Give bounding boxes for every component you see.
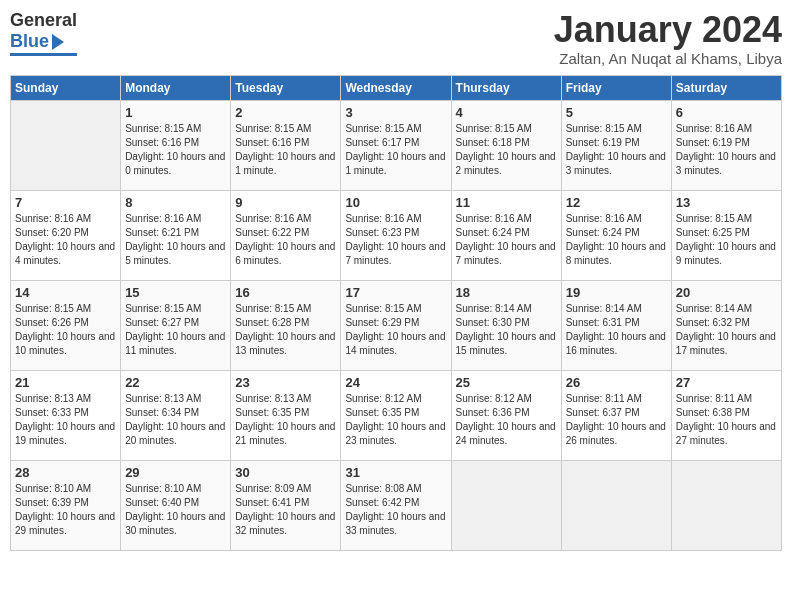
- calendar-cell: 23Sunrise: 8:13 AM Sunset: 6:35 PM Dayli…: [231, 370, 341, 460]
- day-number: 22: [125, 375, 226, 390]
- calendar-cell: 31Sunrise: 8:08 AM Sunset: 6:42 PM Dayli…: [341, 460, 451, 550]
- day-number: 19: [566, 285, 667, 300]
- page-header: General Blue January 2024 Zaltan, An Nuq…: [10, 10, 782, 67]
- day-info: Sunrise: 8:13 AM Sunset: 6:34 PM Dayligh…: [125, 392, 226, 448]
- day-info: Sunrise: 8:15 AM Sunset: 6:27 PM Dayligh…: [125, 302, 226, 358]
- calendar-cell: [11, 100, 121, 190]
- calendar-week-row: 21Sunrise: 8:13 AM Sunset: 6:33 PM Dayli…: [11, 370, 782, 460]
- day-info: Sunrise: 8:13 AM Sunset: 6:33 PM Dayligh…: [15, 392, 116, 448]
- day-info: Sunrise: 8:16 AM Sunset: 6:22 PM Dayligh…: [235, 212, 336, 268]
- calendar-cell: 11Sunrise: 8:16 AM Sunset: 6:24 PM Dayli…: [451, 190, 561, 280]
- day-number: 1: [125, 105, 226, 120]
- calendar-cell: 3Sunrise: 8:15 AM Sunset: 6:17 PM Daylig…: [341, 100, 451, 190]
- day-info: Sunrise: 8:15 AM Sunset: 6:17 PM Dayligh…: [345, 122, 446, 178]
- day-of-week-header: Friday: [561, 75, 671, 100]
- logo-underline: [10, 53, 77, 56]
- day-info: Sunrise: 8:15 AM Sunset: 6:16 PM Dayligh…: [235, 122, 336, 178]
- day-number: 25: [456, 375, 557, 390]
- day-info: Sunrise: 8:13 AM Sunset: 6:35 PM Dayligh…: [235, 392, 336, 448]
- calendar-cell: 17Sunrise: 8:15 AM Sunset: 6:29 PM Dayli…: [341, 280, 451, 370]
- day-number: 13: [676, 195, 777, 210]
- day-number: 21: [15, 375, 116, 390]
- day-info: Sunrise: 8:14 AM Sunset: 6:31 PM Dayligh…: [566, 302, 667, 358]
- day-info: Sunrise: 8:16 AM Sunset: 6:24 PM Dayligh…: [456, 212, 557, 268]
- day-number: 27: [676, 375, 777, 390]
- day-of-week-header: Sunday: [11, 75, 121, 100]
- calendar-cell: 26Sunrise: 8:11 AM Sunset: 6:37 PM Dayli…: [561, 370, 671, 460]
- calendar-cell: 27Sunrise: 8:11 AM Sunset: 6:38 PM Dayli…: [671, 370, 781, 460]
- calendar-cell: 13Sunrise: 8:15 AM Sunset: 6:25 PM Dayli…: [671, 190, 781, 280]
- calendar-cell: 4Sunrise: 8:15 AM Sunset: 6:18 PM Daylig…: [451, 100, 561, 190]
- day-number: 23: [235, 375, 336, 390]
- logo: General Blue: [10, 10, 77, 56]
- day-info: Sunrise: 8:10 AM Sunset: 6:39 PM Dayligh…: [15, 482, 116, 538]
- day-number: 10: [345, 195, 446, 210]
- day-number: 6: [676, 105, 777, 120]
- calendar-cell: 24Sunrise: 8:12 AM Sunset: 6:35 PM Dayli…: [341, 370, 451, 460]
- day-info: Sunrise: 8:16 AM Sunset: 6:19 PM Dayligh…: [676, 122, 777, 178]
- day-number: 30: [235, 465, 336, 480]
- day-number: 20: [676, 285, 777, 300]
- day-number: 26: [566, 375, 667, 390]
- day-of-week-header: Wednesday: [341, 75, 451, 100]
- calendar-cell: 10Sunrise: 8:16 AM Sunset: 6:23 PM Dayli…: [341, 190, 451, 280]
- title-block: January 2024 Zaltan, An Nuqat al Khams, …: [554, 10, 782, 67]
- day-info: Sunrise: 8:16 AM Sunset: 6:21 PM Dayligh…: [125, 212, 226, 268]
- day-number: 24: [345, 375, 446, 390]
- day-info: Sunrise: 8:15 AM Sunset: 6:19 PM Dayligh…: [566, 122, 667, 178]
- calendar-week-row: 14Sunrise: 8:15 AM Sunset: 6:26 PM Dayli…: [11, 280, 782, 370]
- day-number: 15: [125, 285, 226, 300]
- header-row: SundayMondayTuesdayWednesdayThursdayFrid…: [11, 75, 782, 100]
- day-info: Sunrise: 8:15 AM Sunset: 6:29 PM Dayligh…: [345, 302, 446, 358]
- day-info: Sunrise: 8:15 AM Sunset: 6:28 PM Dayligh…: [235, 302, 336, 358]
- day-number: 16: [235, 285, 336, 300]
- calendar-table: SundayMondayTuesdayWednesdayThursdayFrid…: [10, 75, 782, 551]
- calendar-cell: 8Sunrise: 8:16 AM Sunset: 6:21 PM Daylig…: [121, 190, 231, 280]
- calendar-cell: 28Sunrise: 8:10 AM Sunset: 6:39 PM Dayli…: [11, 460, 121, 550]
- day-number: 17: [345, 285, 446, 300]
- location: Zaltan, An Nuqat al Khams, Libya: [554, 50, 782, 67]
- calendar-cell: 25Sunrise: 8:12 AM Sunset: 6:36 PM Dayli…: [451, 370, 561, 460]
- calendar-cell: 18Sunrise: 8:14 AM Sunset: 6:30 PM Dayli…: [451, 280, 561, 370]
- day-number: 29: [125, 465, 226, 480]
- day-number: 12: [566, 195, 667, 210]
- calendar-cell: 22Sunrise: 8:13 AM Sunset: 6:34 PM Dayli…: [121, 370, 231, 460]
- day-of-week-header: Saturday: [671, 75, 781, 100]
- calendar-body: 1Sunrise: 8:15 AM Sunset: 6:16 PM Daylig…: [11, 100, 782, 550]
- day-info: Sunrise: 8:15 AM Sunset: 6:16 PM Dayligh…: [125, 122, 226, 178]
- day-info: Sunrise: 8:11 AM Sunset: 6:37 PM Dayligh…: [566, 392, 667, 448]
- day-number: 5: [566, 105, 667, 120]
- day-number: 2: [235, 105, 336, 120]
- calendar-cell: 6Sunrise: 8:16 AM Sunset: 6:19 PM Daylig…: [671, 100, 781, 190]
- calendar-cell: 15Sunrise: 8:15 AM Sunset: 6:27 PM Dayli…: [121, 280, 231, 370]
- calendar-cell: [561, 460, 671, 550]
- calendar-week-row: 7Sunrise: 8:16 AM Sunset: 6:20 PM Daylig…: [11, 190, 782, 280]
- calendar-cell: 14Sunrise: 8:15 AM Sunset: 6:26 PM Dayli…: [11, 280, 121, 370]
- calendar-week-row: 1Sunrise: 8:15 AM Sunset: 6:16 PM Daylig…: [11, 100, 782, 190]
- logo-triangle-icon: [52, 34, 64, 50]
- day-number: 11: [456, 195, 557, 210]
- calendar-cell: 19Sunrise: 8:14 AM Sunset: 6:31 PM Dayli…: [561, 280, 671, 370]
- day-info: Sunrise: 8:12 AM Sunset: 6:36 PM Dayligh…: [456, 392, 557, 448]
- day-info: Sunrise: 8:16 AM Sunset: 6:24 PM Dayligh…: [566, 212, 667, 268]
- calendar-cell: [451, 460, 561, 550]
- calendar-cell: 29Sunrise: 8:10 AM Sunset: 6:40 PM Dayli…: [121, 460, 231, 550]
- day-info: Sunrise: 8:15 AM Sunset: 6:18 PM Dayligh…: [456, 122, 557, 178]
- day-of-week-header: Thursday: [451, 75, 561, 100]
- calendar-cell: 21Sunrise: 8:13 AM Sunset: 6:33 PM Dayli…: [11, 370, 121, 460]
- calendar-cell: 1Sunrise: 8:15 AM Sunset: 6:16 PM Daylig…: [121, 100, 231, 190]
- calendar-cell: 5Sunrise: 8:15 AM Sunset: 6:19 PM Daylig…: [561, 100, 671, 190]
- day-number: 4: [456, 105, 557, 120]
- calendar-cell: [671, 460, 781, 550]
- day-of-week-header: Tuesday: [231, 75, 341, 100]
- logo-blue: Blue: [10, 31, 49, 52]
- day-number: 18: [456, 285, 557, 300]
- month-title: January 2024: [554, 10, 782, 50]
- calendar-header: SundayMondayTuesdayWednesdayThursdayFrid…: [11, 75, 782, 100]
- day-info: Sunrise: 8:15 AM Sunset: 6:26 PM Dayligh…: [15, 302, 116, 358]
- day-number: 8: [125, 195, 226, 210]
- day-of-week-header: Monday: [121, 75, 231, 100]
- day-info: Sunrise: 8:09 AM Sunset: 6:41 PM Dayligh…: [235, 482, 336, 538]
- day-number: 3: [345, 105, 446, 120]
- day-info: Sunrise: 8:12 AM Sunset: 6:35 PM Dayligh…: [345, 392, 446, 448]
